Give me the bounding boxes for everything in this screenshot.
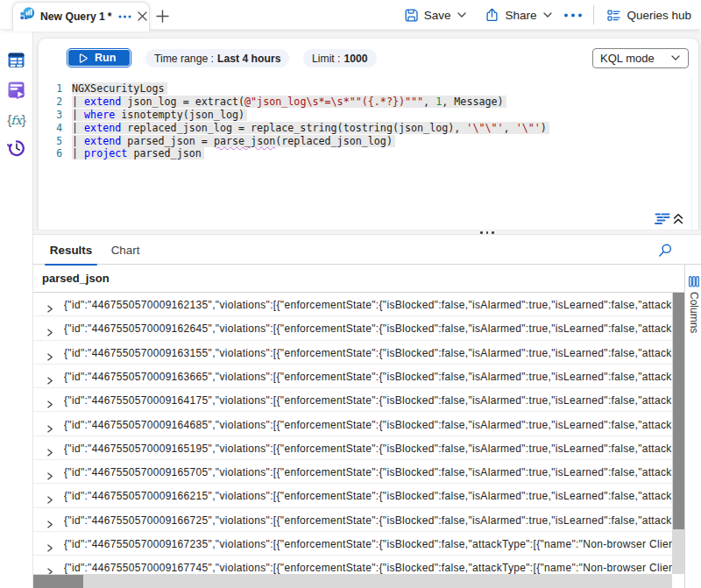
queries-hub-button[interactable]: Queries hub <box>599 0 697 30</box>
search-icon[interactable] <box>658 243 673 261</box>
column-header-parsed-json[interactable]: parsed_json <box>42 272 110 285</box>
grid-row[interactable]: {"id":"4467550570009165705","violations"… <box>33 460 684 484</box>
tables-nav-icon[interactable] <box>0 46 32 73</box>
run-label: Run <box>95 52 116 64</box>
row-json-text: {"id":"4467550570009165705","violations"… <box>64 466 684 478</box>
grid-row[interactable]: {"id":"4467550570009165195","violations"… <box>33 436 684 460</box>
row-json-text: {"id":"4467550570009167745","violations"… <box>64 562 684 574</box>
grid-row[interactable]: {"id":"4467550570009163155","violations"… <box>33 341 684 365</box>
results-tabbar: Results Chart <box>33 235 701 265</box>
word-wrap-icon[interactable] <box>655 213 671 224</box>
history-nav-icon[interactable] <box>0 134 32 160</box>
share-label: Share <box>505 9 536 22</box>
limit-value: 1000 <box>344 53 368 65</box>
scrollbar-corner <box>672 574 684 588</box>
grid-row[interactable]: {"id":"4467550570009164175","violations"… <box>33 388 684 412</box>
code-line-text: | where isnotempty(json_log) <box>72 109 247 121</box>
grid-row[interactable]: {"id":"4467550570009166725","violations"… <box>33 508 684 532</box>
tab-bottom-cover <box>13 28 149 32</box>
results-panel: Results Chart parsed_json {"id":"4467550… <box>33 235 701 588</box>
editor-footer-icons <box>655 213 683 224</box>
row-expand-icon[interactable] <box>46 516 53 532</box>
grid-row[interactable]: {"id":"4467550570009162645","violations"… <box>33 316 684 340</box>
topbar-divider <box>593 5 594 25</box>
row-json-text: {"id":"4467550570009162135","violations"… <box>64 299 684 311</box>
run-button[interactable]: Run <box>67 48 131 67</box>
tab-close-icon[interactable] <box>138 11 147 21</box>
row-json-text: {"id":"4467550570009163155","violations"… <box>64 347 684 359</box>
code-editor[interactable]: 1NGXSecurityLogs2| extend json_log = ext… <box>39 82 698 160</box>
code-line-text: NGXSecurityLogs <box>72 82 167 95</box>
topbar-actions: Save Share Queries hub <box>395 0 697 30</box>
query-tab[interactable]: New Query 1 * <box>12 2 150 30</box>
code-line-text: | extend parsed_json = parse_json(replac… <box>72 135 395 147</box>
share-icon <box>485 8 499 23</box>
grid-row[interactable]: {"id":"4467550570009163665","violations"… <box>33 365 684 388</box>
main-area: Run Time range : Last 4 hours Limit : 10… <box>33 30 701 588</box>
line-number: 2 <box>39 96 62 108</box>
line-number: 4 <box>39 122 62 134</box>
row-json-text: {"id":"4467550570009163665","violations"… <box>64 371 684 383</box>
line-number: 1 <box>39 82 62 95</box>
tab-results[interactable]: Results <box>45 235 97 265</box>
row-json-text: {"id":"4467550570009164685","violations"… <box>64 419 684 431</box>
more-icon <box>563 13 583 18</box>
row-json-text: {"id":"4467550570009165195","violations"… <box>64 443 684 455</box>
functions-nav-icon[interactable]: {fx} <box>0 106 32 132</box>
grid-row[interactable]: {"id":"4467550570009162135","violations"… <box>33 293 684 316</box>
new-tab-button[interactable] <box>152 6 172 25</box>
row-expand-icon[interactable] <box>46 492 53 507</box>
code-line[interactable]: 6| project parsed_json <box>39 147 698 160</box>
row-json-text: {"id":"4467550570009162645","violations"… <box>64 322 684 335</box>
grid-row[interactable]: {"id":"4467550570009164685","violations"… <box>33 413 684 436</box>
code-line[interactable]: 3| where isnotempty(json_log) <box>39 109 698 122</box>
code-line[interactable]: 1NGXSecurityLogs <box>39 82 698 96</box>
save-icon <box>404 8 419 23</box>
grid-row[interactable]: {"id":"4467550570009167235","violations"… <box>33 532 684 556</box>
horizontal-scrollbar-thumb[interactable] <box>33 575 83 588</box>
row-expand-icon[interactable] <box>46 372 53 388</box>
share-button[interactable]: Share <box>476 0 562 30</box>
play-icon <box>79 53 88 63</box>
row-expand-icon[interactable] <box>46 349 53 365</box>
vertical-scrollbar-thumb[interactable] <box>673 293 684 529</box>
columns-side-panel[interactable]: Columns <box>684 265 701 588</box>
kql-mode-chevron-icon <box>670 53 681 63</box>
query-editor-card: Run Time range : Last 4 hours Limit : 10… <box>39 39 698 230</box>
limit-pill[interactable]: Limit : 1000 <box>303 49 377 67</box>
row-expand-icon[interactable] <box>46 444 53 460</box>
save-label: Save <box>424 9 451 22</box>
grid-row[interactable]: {"id":"4467550570009166215","violations"… <box>33 484 684 507</box>
code-line-text: | project parsed_json <box>72 147 204 159</box>
row-expand-icon[interactable] <box>46 540 53 556</box>
time-range-pill[interactable]: Time range : Last 4 hours <box>145 49 289 67</box>
code-line[interactable]: 2| extend json_log = extract(@"json_log\… <box>39 96 698 109</box>
row-expand-icon[interactable] <box>46 324 53 340</box>
line-number: 6 <box>39 147 62 159</box>
vertical-scrollbar[interactable] <box>672 293 684 574</box>
tab-title: New Query 1 <box>40 11 105 23</box>
save-chevron-icon <box>457 10 467 20</box>
horizontal-scrollbar[interactable] <box>33 574 672 588</box>
more-actions-button[interactable] <box>562 0 584 30</box>
columns-icon <box>689 276 699 287</box>
tab-dirty-marker: * <box>108 11 112 23</box>
queries-hub-label: Queries hub <box>627 9 691 22</box>
row-expand-icon[interactable] <box>46 468 53 484</box>
collapse-editor-icon[interactable] <box>673 214 683 224</box>
code-line[interactable]: 4| extend replaced_json_log = replace_st… <box>39 121 698 134</box>
left-rail: {fx} <box>0 30 33 588</box>
row-expand-icon[interactable] <box>46 301 53 316</box>
row-expand-icon[interactable] <box>46 421 53 436</box>
code-line[interactable]: 5| extend parsed_json = parse_json(repla… <box>39 134 698 147</box>
queries-hub-icon <box>606 8 621 23</box>
save-button[interactable]: Save <box>395 0 477 30</box>
adx-logo-icon <box>20 7 35 25</box>
tab-more-icon[interactable] <box>118 15 131 18</box>
kql-mode-dropdown[interactable]: KQL mode <box>592 48 689 69</box>
row-expand-icon[interactable] <box>46 396 53 412</box>
tab-chart[interactable]: Chart <box>103 235 147 265</box>
line-number: 5 <box>39 135 62 147</box>
splitter-grip-icon <box>480 231 494 234</box>
saved-queries-nav-icon[interactable] <box>0 77 32 103</box>
